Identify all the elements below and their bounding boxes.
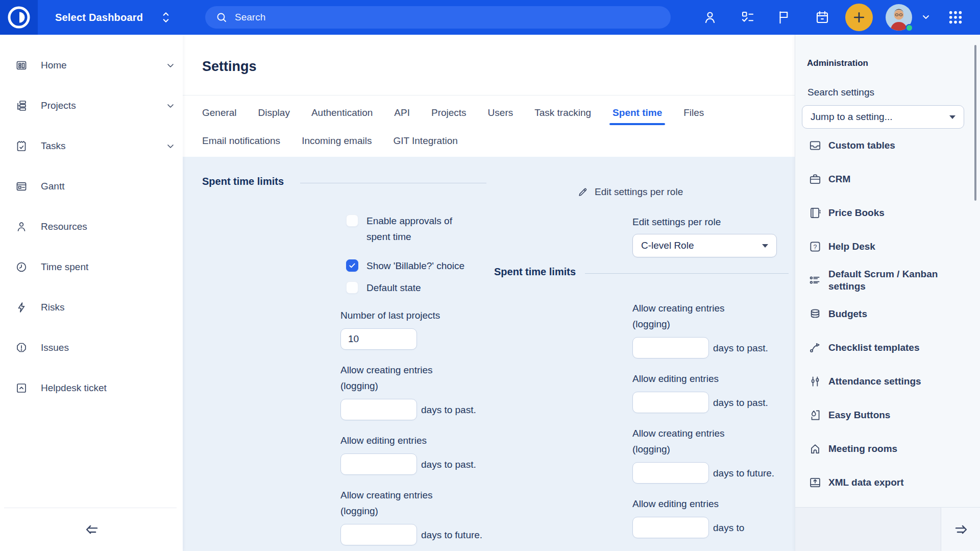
- admin-item-label: Custom tables: [828, 139, 895, 152]
- section-rule: [585, 273, 789, 274]
- role-select[interactable]: C-level Role: [632, 234, 777, 257]
- sidebar-item-helpdesk-ticket[interactable]: Helpdesk ticket: [0, 368, 183, 408]
- pencil-icon: [577, 186, 589, 198]
- tasks-icon: [15, 140, 28, 152]
- sidebar-item-label: Risks: [41, 302, 64, 313]
- issues-icon: [15, 342, 28, 354]
- user-profile-icon[interactable]: [702, 10, 718, 25]
- admin-item-help-desk[interactable]: ? Help Desk: [795, 230, 980, 263]
- sidebar-item-time-spent[interactable]: Time spent: [0, 247, 183, 287]
- checkbox-label: Show 'Billable?' choice: [366, 258, 464, 274]
- tab-spent-time[interactable]: Spent time: [612, 104, 662, 122]
- tab-git-integration[interactable]: GIT Integration: [393, 132, 457, 150]
- avatar-chevron-down-icon[interactable]: [920, 13, 932, 21]
- field-label: Allow editing entries: [340, 433, 487, 448]
- user-avatar[interactable]: [886, 4, 912, 31]
- dashboard-selector-label: Select Dashboard: [55, 12, 143, 23]
- field-role-allow-editing-past: Allow editing entries days to past.: [632, 371, 779, 413]
- sidebar-collapse-button[interactable]: [83, 521, 101, 538]
- field-label: Allow creating entries: [632, 300, 779, 316]
- role-allow-editing-days-future-input[interactable]: [632, 517, 709, 538]
- allow-creating-days-past-input[interactable]: [340, 399, 417, 420]
- search-icon: [215, 11, 228, 23]
- admin-item-budgets[interactable]: Budgets: [795, 297, 980, 331]
- tasks-checklist-icon[interactable]: [740, 10, 755, 25]
- jump-to-setting-select[interactable]: Jump to a setting...: [802, 105, 964, 129]
- admin-item-label: Price Books: [828, 207, 885, 219]
- checkbox-default-state[interactable]: Default state: [346, 280, 421, 296]
- admin-item-meeting-rooms[interactable]: Meeting rooms: [795, 432, 980, 466]
- plus-icon: [851, 10, 867, 25]
- sidebar-item-gantt[interactable]: Gantt: [0, 166, 183, 206]
- field-allow-creating-past: Allow creating entries (logging) days to…: [340, 362, 487, 420]
- sidebar-item-tasks[interactable]: Tasks: [0, 126, 183, 166]
- tab-api[interactable]: API: [394, 104, 410, 122]
- app-logo[interactable]: [0, 0, 38, 35]
- checkbox-unchecked: [346, 214, 358, 227]
- allow-creating-days-future-input[interactable]: [340, 524, 417, 545]
- edit-settings-per-role-link[interactable]: Edit settings per role: [577, 186, 683, 198]
- admin-item-label: Easy Buttons: [828, 409, 890, 421]
- topbar: Select Dashboard: [0, 0, 980, 35]
- xml-data-export-icon: [808, 476, 822, 489]
- online-status-dot: [905, 24, 913, 32]
- field-role-allow-editing-future: Allow editing entries days to: [632, 496, 779, 538]
- panel-collapse-button[interactable]: [941, 508, 980, 551]
- tab-projects[interactable]: Projects: [431, 104, 467, 122]
- projects-icon: [15, 100, 28, 112]
- admin-item-xml-data-export[interactable]: XML data export: [795, 466, 980, 499]
- sidebar-item-home[interactable]: Home: [0, 45, 183, 85]
- admin-item-label: Help Desk: [828, 241, 875, 253]
- role-allow-editing-days-past-input[interactable]: [632, 392, 709, 413]
- flag-icon[interactable]: [776, 10, 792, 25]
- risks-icon: [15, 301, 28, 314]
- admin-item-checklist-templates[interactable]: Checklist templates: [795, 331, 980, 365]
- sidebar-item-risks[interactable]: Risks: [0, 288, 183, 327]
- dashboard-selector[interactable]: Select Dashboard: [55, 0, 173, 35]
- panel-scrollbar[interactable]: [974, 45, 976, 201]
- logo-icon: [6, 4, 32, 31]
- sidebar-item-resources[interactable]: Resources: [0, 207, 183, 247]
- checkbox-show-billable[interactable]: Show 'Billable?' choice: [346, 258, 464, 274]
- tab-general[interactable]: General: [202, 104, 237, 122]
- admin-item-easy-buttons[interactable]: Easy Buttons: [795, 398, 980, 432]
- tab-display[interactable]: Display: [258, 104, 290, 122]
- admin-item-price-books[interactable]: Price Books: [795, 196, 980, 230]
- admin-item-label: Meeting rooms: [828, 443, 897, 455]
- tab-incoming-emails[interactable]: Incoming emails: [302, 132, 372, 150]
- role-allow-creating-days-future-input[interactable]: [632, 462, 709, 484]
- sidebar-item-projects[interactable]: Projects: [0, 86, 183, 126]
- role-allow-creating-days-past-input[interactable]: [632, 337, 709, 358]
- calendar-icon[interactable]: [815, 10, 830, 25]
- checklist-templates-icon: [808, 341, 822, 354]
- gantt-icon: [15, 180, 28, 193]
- budgets-icon: [808, 307, 822, 321]
- sidebar-item-label: Projects: [41, 100, 76, 111]
- page-header: Settings: [183, 35, 795, 95]
- sidebar-item-issues[interactable]: Issues: [0, 328, 183, 368]
- checkbox-enable-approvals[interactable]: Enable approvals ofspent time: [346, 213, 452, 245]
- apps-grid-icon[interactable]: [947, 9, 964, 26]
- caret-down-icon: [762, 244, 768, 248]
- admin-item-scrum-kanban[interactable]: Default Scrum / Kanban settings: [795, 263, 980, 297]
- tab-users[interactable]: Users: [488, 104, 513, 122]
- search-input[interactable]: [235, 12, 660, 23]
- helpdesk-ticket-icon: [15, 382, 28, 394]
- collapse-left-icon: [83, 521, 101, 538]
- admin-item-crm[interactable]: CRM: [795, 162, 980, 196]
- tab-files[interactable]: Files: [683, 104, 704, 122]
- quick-add-button[interactable]: [845, 4, 873, 31]
- sidebar-item-label: Tasks: [41, 140, 66, 152]
- field-allow-editing-past: Allow editing entries days to past.: [340, 433, 487, 475]
- tab-task-tracking[interactable]: Task tracking: [534, 104, 591, 122]
- time-spent-icon: [15, 261, 28, 273]
- number-of-last-projects-input[interactable]: [340, 328, 417, 350]
- field-label: Allow creating entries: [340, 487, 487, 503]
- allow-editing-days-past-input[interactable]: [340, 453, 417, 475]
- administration-list: Custom tables CRM Price Books ? Help Des…: [795, 129, 980, 499]
- tab-authentication[interactable]: Authentication: [311, 104, 373, 122]
- admin-item-attendance-settings[interactable]: Attendance settings: [795, 365, 980, 398]
- admin-item-custom-tables[interactable]: Custom tables: [795, 129, 980, 162]
- field-label: Allow editing entries: [632, 371, 779, 387]
- tab-email-notifications[interactable]: Email notifications: [202, 132, 280, 150]
